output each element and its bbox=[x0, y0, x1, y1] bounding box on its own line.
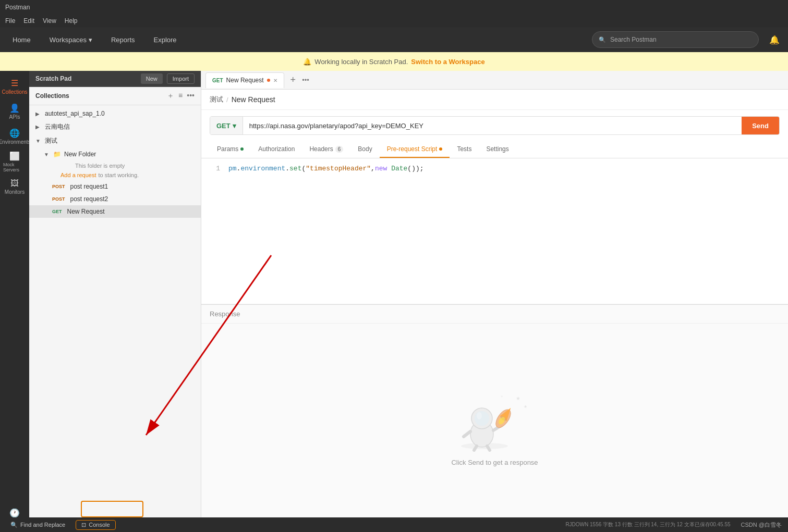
method-selector[interactable]: GET ▾ bbox=[210, 117, 243, 134]
search-placeholder: Search Postman bbox=[610, 36, 657, 43]
import-button[interactable]: Import bbox=[167, 73, 195, 84]
add-tab-icon[interactable]: + bbox=[286, 75, 300, 85]
svg-text:★: ★ bbox=[500, 394, 503, 398]
request-name: post request2 bbox=[70, 195, 108, 203]
method-chevron-icon: ▾ bbox=[233, 122, 236, 130]
tab-authorization[interactable]: Authorization bbox=[251, 141, 302, 158]
panel-header: Collections ＋ ≡ ••• bbox=[29, 87, 201, 105]
monitors-label: Monitors bbox=[5, 189, 25, 195]
svg-point-4 bbox=[477, 412, 482, 419]
svg-line-8 bbox=[487, 446, 490, 450]
empty-text: This folder is empty bbox=[54, 160, 201, 171]
tab-settings[interactable]: Settings bbox=[479, 141, 516, 158]
tab-params[interactable]: Params bbox=[210, 141, 251, 158]
tab-method: GET bbox=[212, 78, 223, 83]
menu-edit[interactable]: Edit bbox=[23, 17, 34, 24]
code-line-1: 1 pm.environment.set("timestopHeader",ne… bbox=[210, 165, 780, 172]
code-editor[interactable]: 1 pm.environment.set("timestopHeader",ne… bbox=[201, 158, 788, 304]
panel-actions: ＋ ≡ ••• bbox=[167, 91, 195, 101]
menu-help[interactable]: Help bbox=[65, 17, 78, 24]
chevron-down-icon: ▼ bbox=[35, 138, 42, 144]
nav-home[interactable]: Home bbox=[8, 34, 35, 46]
sidebar-item-collections[interactable]: ☰ Collections bbox=[3, 75, 26, 98]
code-content: pm.environment.set("timestopHeader",new … bbox=[228, 165, 424, 172]
menu-bar: File Edit View Help bbox=[0, 15, 788, 27]
find-replace-button[interactable]: 🔍 Find and Replace bbox=[6, 521, 69, 529]
tab-close-icon[interactable]: ✕ bbox=[273, 78, 277, 83]
sidebar-item-mock-servers[interactable]: ⬜ Mock Servers bbox=[3, 150, 26, 173]
tab-tests[interactable]: Tests bbox=[450, 141, 479, 158]
collection-test[interactable]: ▼ 测试 bbox=[29, 134, 201, 148]
chevron-right-icon: ▶ bbox=[35, 124, 42, 130]
status-text: RJDOWN 1556 字数 13 行数 三行列 14, 三行为 12 文革已保… bbox=[565, 521, 730, 528]
nav-workspaces[interactable]: Workspaces ▾ bbox=[45, 34, 96, 46]
request-name: New Request bbox=[67, 208, 105, 215]
collection-yunnan[interactable]: ▶ 云南电信 bbox=[29, 120, 201, 134]
tab-pre-request-script[interactable]: Pre-request Script bbox=[380, 141, 450, 158]
nav-left: Home Workspaces ▾ Reports Explore bbox=[8, 34, 581, 46]
add-collection-icon[interactable]: ＋ bbox=[167, 91, 174, 101]
method-badge-get: GET bbox=[50, 208, 64, 215]
console-button[interactable]: ⊡ Console bbox=[76, 520, 115, 530]
empty-folder-msg: This folder is empty Add a request to st… bbox=[29, 160, 201, 180]
url-input[interactable] bbox=[243, 122, 742, 130]
url-bar: GET ▾ Send bbox=[210, 116, 780, 135]
response-area: Response bbox=[201, 304, 788, 532]
menu-file[interactable]: File bbox=[5, 17, 15, 24]
active-request-tab[interactable]: GET New Request ✕ bbox=[205, 72, 284, 88]
panel-title: Collections bbox=[35, 92, 163, 100]
bottom-right: RJDOWN 1556 字数 13 行数 三行列 14, 三行为 12 文革已保… bbox=[565, 521, 782, 529]
nav-reports[interactable]: Reports bbox=[107, 34, 139, 46]
banner-text: Working locally in Scratch Pad. bbox=[314, 58, 408, 66]
new-button[interactable]: New bbox=[141, 73, 163, 84]
request-area: GET New Request ✕ + ••• 测试 / New Request… bbox=[201, 71, 788, 532]
apis-icon: 👤 bbox=[9, 103, 20, 113]
more-tabs-icon[interactable]: ••• bbox=[302, 76, 309, 84]
request-post2[interactable]: POST post request2 bbox=[29, 193, 201, 205]
collection-autotest[interactable]: ▶ autotest_api_sap_1.0 bbox=[29, 107, 201, 120]
banner: 🔔 Working locally in Scratch Pad. Switch… bbox=[0, 52, 788, 71]
main-layout: ☰ Collections 👤 APIs 🌐 Environments ⬜ Mo… bbox=[0, 71, 788, 532]
filter-icon[interactable]: ≡ bbox=[178, 91, 183, 101]
notification-icon[interactable]: 🔔 bbox=[769, 35, 780, 45]
method-badge-post: POST bbox=[50, 183, 67, 190]
astronaut-illustration: ★ ★ ★ bbox=[448, 390, 542, 452]
breadcrumb-separator: / bbox=[226, 96, 228, 104]
collection-name: 测试 bbox=[45, 137, 57, 145]
search-icon: 🔍 bbox=[10, 522, 18, 528]
top-nav: Home Workspaces ▾ Reports Explore 🔍 Sear… bbox=[0, 27, 788, 52]
response-hint: Click Send to get a response bbox=[451, 459, 538, 466]
send-button[interactable]: Send bbox=[742, 117, 779, 134]
collection-name: autotest_api_sap_1.0 bbox=[45, 110, 105, 117]
request-get-new[interactable]: GET New Request bbox=[29, 205, 201, 218]
tab-name: New Request bbox=[226, 77, 264, 84]
search-bar[interactable]: 🔍 Search Postman bbox=[592, 31, 759, 48]
add-request-suffix: to start working. bbox=[99, 172, 139, 178]
sidebar-icons: ☰ Collections 👤 APIs 🌐 Environments ⬜ Mo… bbox=[0, 71, 29, 532]
breadcrumb: 测试 / New Request bbox=[201, 90, 788, 110]
sidebar-item-environments[interactable]: 🌐 Environments bbox=[3, 125, 26, 148]
breadcrumb-parent: 测试 bbox=[210, 95, 223, 104]
menu-view[interactable]: View bbox=[43, 17, 56, 24]
method-label: GET bbox=[216, 122, 231, 130]
tab-headers[interactable]: Headers 6 bbox=[302, 141, 350, 158]
more-options-icon[interactable]: ••• bbox=[187, 91, 195, 101]
folder-new[interactable]: ▼ 📁 New Folder bbox=[29, 148, 201, 160]
watermark: CSDN @白雪冬 bbox=[741, 521, 782, 529]
folder-icon: 📁 bbox=[53, 151, 61, 158]
sidebar-item-apis[interactable]: 👤 APIs bbox=[3, 100, 26, 123]
nav-explore[interactable]: Explore bbox=[150, 34, 181, 46]
collection-name: 云南电信 bbox=[45, 122, 70, 131]
console-highlight-box bbox=[81, 501, 143, 517]
request-post1[interactable]: POST post request1 bbox=[29, 180, 201, 193]
scratch-pad-header: Scratch Pad New Import bbox=[29, 71, 201, 87]
history-icon: 🕐 bbox=[9, 508, 20, 518]
sidebar-item-monitors[interactable]: 🖼 Monitors bbox=[3, 175, 26, 198]
tab-body[interactable]: Body bbox=[350, 141, 379, 158]
add-request-link[interactable]: Add a request bbox=[60, 172, 96, 178]
bottom-bar: 🔍 Find and Replace ⊡ Console RJDOWN 1556… bbox=[0, 517, 788, 532]
search-icon: 🔍 bbox=[599, 36, 606, 43]
unsaved-dot bbox=[267, 79, 270, 82]
chevron-right-icon: ▶ bbox=[35, 111, 42, 117]
banner-cta[interactable]: Switch to a Workspace bbox=[411, 58, 484, 66]
